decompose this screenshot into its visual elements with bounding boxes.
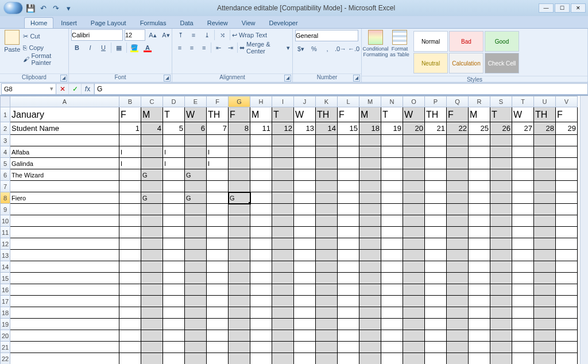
cell-C14[interactable] <box>141 261 163 273</box>
cell-Q5[interactable] <box>447 158 469 169</box>
cell-F8[interactable] <box>207 192 229 204</box>
cell-Q11[interactable] <box>447 227 469 238</box>
column-headers[interactable]: ABCDEFGHIJKLMNOPQRSTUV <box>10 96 578 107</box>
cell-J15[interactable] <box>294 273 316 284</box>
cell-R15[interactable] <box>469 273 490 284</box>
cell-H10[interactable] <box>250 215 272 227</box>
cell-N3[interactable] <box>381 135 403 146</box>
cell-C17[interactable] <box>141 296 163 307</box>
cell-D21[interactable] <box>163 342 185 353</box>
cell-T20[interactable] <box>512 330 534 342</box>
cell-B2[interactable]: 1 <box>119 122 141 135</box>
cell-I14[interactable] <box>272 261 294 273</box>
cell-G19[interactable] <box>229 319 250 330</box>
row-header-18[interactable]: 18 <box>0 307 10 319</box>
cell-U2[interactable]: 28 <box>534 122 556 135</box>
align-top-button[interactable]: ⤒ <box>175 29 186 41</box>
cell-T13[interactable] <box>512 250 534 261</box>
cell-K4[interactable] <box>316 146 338 158</box>
cell-C19[interactable] <box>141 319 163 330</box>
cell-G9[interactable] <box>229 204 250 215</box>
cell-M13[interactable] <box>359 250 381 261</box>
cell-C9[interactable] <box>141 204 163 215</box>
cell-Q21[interactable] <box>447 342 469 353</box>
tab-data[interactable]: Data <box>173 17 199 28</box>
cell-styles-gallery[interactable]: Normal Neutral Bad Calculation Good Chec… <box>412 30 520 75</box>
cell-C3[interactable] <box>141 135 163 146</box>
cell-D16[interactable] <box>163 284 185 296</box>
cell-H7[interactable] <box>250 181 272 192</box>
tab-review[interactable]: Review <box>201 17 234 28</box>
cell-C21[interactable] <box>141 342 163 353</box>
row-header-10[interactable]: 10 <box>0 215 10 227</box>
row-header-9[interactable]: 9 <box>0 204 10 215</box>
cell-J8[interactable] <box>294 192 316 204</box>
cell-S19[interactable] <box>490 319 512 330</box>
cell-M12[interactable] <box>359 238 381 250</box>
cell-K2[interactable]: 14 <box>316 122 338 135</box>
cell-O10[interactable] <box>403 215 425 227</box>
cell-Q3[interactable] <box>447 135 469 146</box>
clipboard-dialog-launcher[interactable]: ◢ <box>60 75 67 82</box>
cell-C18[interactable] <box>141 307 163 319</box>
font-size-select[interactable] <box>125 29 145 41</box>
cell-P5[interactable] <box>425 158 447 169</box>
cell-H2[interactable]: 11 <box>250 122 272 135</box>
cell-G15[interactable] <box>229 273 250 284</box>
cell-G6[interactable] <box>229 169 250 181</box>
cell-N11[interactable] <box>381 227 403 238</box>
copy-button[interactable]: ⎘Copy <box>23 42 66 53</box>
cell-M17[interactable] <box>359 296 381 307</box>
percent-button[interactable]: % <box>308 43 320 55</box>
cell-F22[interactable] <box>207 353 229 364</box>
cell-E21[interactable] <box>185 342 207 353</box>
name-box[interactable]: G8▾ <box>1 83 56 95</box>
cell-T12[interactable] <box>512 238 534 250</box>
cell-E13[interactable] <box>185 250 207 261</box>
cell-V22[interactable] <box>556 353 578 364</box>
cell-T17[interactable] <box>512 296 534 307</box>
cell-E12[interactable] <box>185 238 207 250</box>
cell-D1[interactable]: T <box>163 107 185 122</box>
cell-N1[interactable]: T <box>381 107 403 122</box>
cell-A20[interactable] <box>10 330 119 342</box>
cell-U11[interactable] <box>534 227 556 238</box>
cell-R20[interactable] <box>469 330 490 342</box>
cell-I15[interactable] <box>272 273 294 284</box>
column-header-L[interactable]: L <box>338 96 359 107</box>
alignment-dialog-launcher[interactable]: ◢ <box>284 75 291 82</box>
row-header-7[interactable]: 7 <box>0 181 10 192</box>
tab-page-layout[interactable]: Page Layout <box>84 17 133 28</box>
row-header-14[interactable]: 14 <box>0 261 10 273</box>
cell-B10[interactable] <box>119 215 141 227</box>
cell-H9[interactable] <box>250 204 272 215</box>
undo-button[interactable]: ↶ <box>38 3 48 13</box>
tab-formulas[interactable]: Formulas <box>134 17 173 28</box>
cell-M11[interactable] <box>359 227 381 238</box>
cell-A14[interactable] <box>10 261 119 273</box>
fill-color-button[interactable]: 🪣 <box>129 42 140 53</box>
qat-customize-button[interactable]: ▾ <box>63 3 74 13</box>
cell-E16[interactable] <box>185 284 207 296</box>
cell-J11[interactable] <box>294 227 316 238</box>
cell-L10[interactable] <box>338 215 359 227</box>
cell-U14[interactable] <box>534 261 556 273</box>
cell-J7[interactable] <box>294 181 316 192</box>
cell-H20[interactable] <box>250 330 272 342</box>
cell-B17[interactable] <box>119 296 141 307</box>
align-bottom-button[interactable]: ⤓ <box>201 29 212 41</box>
cell-B13[interactable] <box>119 250 141 261</box>
cell-N13[interactable] <box>381 250 403 261</box>
cell-M9[interactable] <box>359 204 381 215</box>
cell-R19[interactable] <box>469 319 490 330</box>
cell-P15[interactable] <box>425 273 447 284</box>
cell-O6[interactable] <box>403 169 425 181</box>
cell-A11[interactable] <box>10 227 119 238</box>
cell-U15[interactable] <box>534 273 556 284</box>
cell-O15[interactable] <box>403 273 425 284</box>
cell-L2[interactable]: 15 <box>338 122 359 135</box>
cell-T16[interactable] <box>512 284 534 296</box>
cell-F9[interactable] <box>207 204 229 215</box>
cell-V21[interactable] <box>556 342 578 353</box>
cell-O16[interactable] <box>403 284 425 296</box>
